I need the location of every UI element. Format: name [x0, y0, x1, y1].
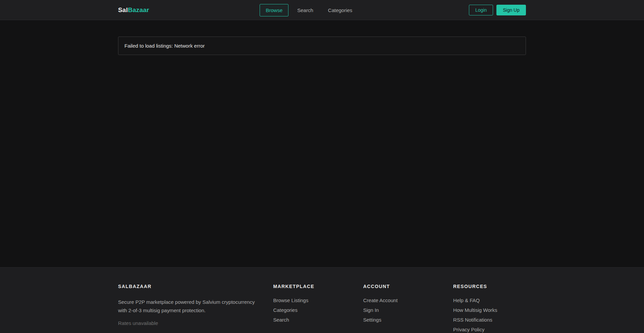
error-banner: Failed to load listings: Network error	[118, 37, 526, 55]
footer-link-create-account[interactable]: Create Account	[363, 298, 398, 303]
footer-account-heading: ACCOUNT	[363, 284, 440, 289]
footer: SALBAZAAR Secure P2P marketplace powered…	[0, 267, 644, 333]
main-nav: Browse Search Categories	[260, 4, 358, 16]
signup-button[interactable]: Sign Up	[496, 5, 526, 15]
header: SalBazaar Browse Search Categories Login…	[0, 0, 644, 20]
footer-link-search[interactable]: Search	[273, 317, 289, 322]
footer-about-heading: SALBAZAAR	[118, 284, 260, 289]
footer-resources-column: RESOURCES Help & FAQ How Multisig Works …	[453, 284, 526, 333]
error-message: Failed to load listings: Network error	[124, 43, 205, 49]
rates-status: Rates unavailable	[118, 320, 260, 326]
footer-link-sign-in[interactable]: Sign In	[363, 308, 379, 313]
brand-logo-accent: Bazaar	[128, 6, 149, 13]
footer-marketplace-heading: MARKETPLACE	[273, 284, 350, 289]
nav-item-search[interactable]: Search	[291, 4, 319, 16]
footer-link-help-faq[interactable]: Help & FAQ	[453, 298, 480, 303]
footer-link-how-multisig-works[interactable]: How Multisig Works	[453, 308, 497, 313]
footer-link-categories[interactable]: Categories	[273, 308, 298, 313]
login-button[interactable]: Login	[469, 5, 493, 15]
footer-resources-heading: RESOURCES	[453, 284, 526, 289]
auth-buttons: Login Sign Up	[469, 5, 526, 15]
footer-account-column: ACCOUNT Create Account Sign In Settings	[363, 284, 440, 333]
nav-item-browse[interactable]: Browse	[260, 4, 288, 16]
footer-link-browse-listings[interactable]: Browse Listings	[273, 298, 308, 303]
brand-logo-primary: Sal	[118, 6, 128, 13]
footer-marketplace-column: MARKETPLACE Browse Listings Categories S…	[273, 284, 350, 333]
brand-logo[interactable]: SalBazaar	[118, 6, 149, 14]
footer-link-rss-notifications[interactable]: RSS Notifications	[453, 317, 492, 322]
footer-about-description: Secure P2P marketplace powered by Salviu…	[118, 298, 260, 315]
main-content: Failed to load listings: Network error	[0, 20, 644, 267]
footer-link-settings[interactable]: Settings	[363, 317, 381, 322]
nav-item-categories[interactable]: Categories	[322, 4, 359, 16]
footer-about-column: SALBAZAAR Secure P2P marketplace powered…	[118, 284, 260, 333]
footer-link-privacy-policy[interactable]: Privacy Policy	[453, 327, 484, 332]
